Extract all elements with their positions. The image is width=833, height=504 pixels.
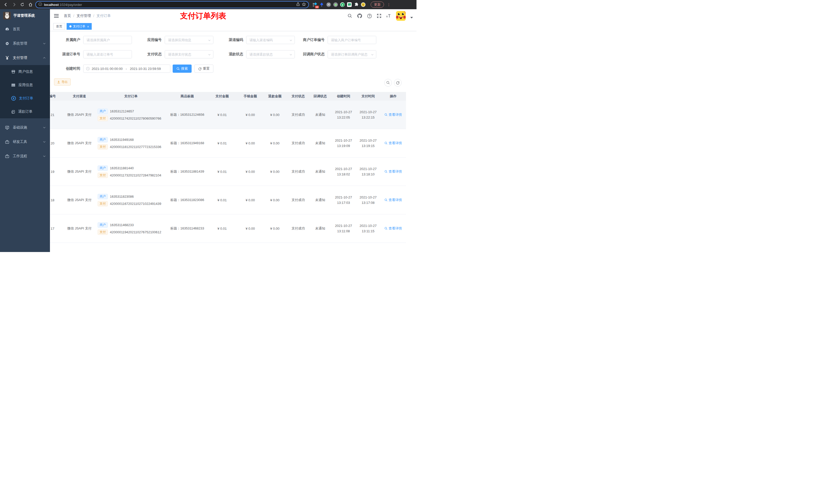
notify-status-select[interactable] [328, 50, 376, 58]
reset-button[interactable]: 重置 [194, 65, 213, 73]
sidebar-item-merchant-info[interactable]: 商户信息 [0, 65, 50, 78]
merchant-order-line: 商户1635311949168 [98, 137, 168, 142]
refund-status-select[interactable] [246, 50, 294, 58]
close-tab-icon[interactable]: x [87, 25, 89, 28]
circled-yen-icon: ¥ [11, 96, 16, 101]
channel-code-select[interactable] [246, 36, 294, 44]
yen-icon [5, 56, 9, 60]
tab-pay-order[interactable]: 支付订单 x [67, 23, 92, 30]
pay-amount-cell: ¥ 0.01 [206, 198, 238, 202]
search-icon[interactable] [347, 13, 353, 19]
pay-order-line: 支付4200001181202110277723215336 [98, 144, 168, 149]
pay-amount-cell: ¥ 0.01 [206, 141, 238, 145]
refresh-table-button[interactable] [394, 79, 402, 87]
date-range-picker[interactable]: 2021-10-01 00:00:00 - 2021-10-31 23:59:5… [83, 65, 170, 73]
extension-dot-icon[interactable] [333, 2, 338, 7]
sidebar-item-dev-tools[interactable]: 研发工具 [0, 135, 50, 149]
extension-emoji-icon[interactable] [361, 2, 365, 7]
monitor-chart-icon [5, 125, 9, 129]
view-detail-link[interactable]: 查看详情 [384, 198, 402, 202]
browser-toolbar: localhost:1024/pay/order 10 ⌘ y 更新 ⋮ [0, 0, 416, 9]
clock-icon [86, 67, 90, 70]
magnifier-icon [384, 170, 387, 173]
merchant-input[interactable] [84, 36, 132, 44]
sidebar-item-refund-order[interactable]: 退款订单 [0, 105, 50, 118]
sidebar-item-infra[interactable]: 基础设施 [0, 120, 50, 135]
channel-order-no-input[interactable] [84, 50, 132, 58]
search-icon [176, 67, 180, 70]
view-detail-link[interactable]: 查看详情 [384, 169, 402, 174]
sidebar-item-system[interactable]: 系统管理 [0, 37, 50, 51]
order-id-cell: 19 [50, 170, 65, 174]
sidebar-item-workflow[interactable]: 工作流程 [0, 149, 50, 163]
bookmark-star-icon[interactable] [302, 2, 306, 7]
extension-chat-icon[interactable] [347, 2, 352, 7]
pay-order-cell: 商户1635311823086支付42000011672021102710224… [94, 192, 168, 208]
extension-y-icon[interactable]: y [340, 2, 345, 7]
chrome-update-button[interactable]: 更新 [371, 2, 384, 8]
fee-amount-cell: ¥ 0.00 [238, 198, 263, 202]
pay-channel-cell: 微信 JSAPI 支付 [65, 198, 94, 202]
view-detail-link[interactable]: 查看详情 [384, 141, 402, 145]
export-button[interactable]: 导出 [54, 78, 71, 86]
sidebar-item-pay-order[interactable]: ¥ 支付订单 [0, 92, 50, 105]
extension-diamond-icon[interactable]: 10 [312, 2, 317, 7]
view-detail-link[interactable]: 查看详情 [384, 113, 402, 117]
font-size-icon[interactable] [386, 13, 391, 19]
merchant-order-no-input[interactable] [328, 36, 376, 44]
sidebar-item-pay[interactable]: 支付管理 [0, 51, 50, 65]
filter-app-id: 应用编号 [138, 36, 213, 44]
sidebar-collapse-icon[interactable] [53, 13, 59, 19]
pay-tag: 支付 [98, 230, 108, 235]
pay-time-cell: 2021-10-2713:22:15 [356, 110, 380, 120]
table-header-cell: 支付状态 [287, 94, 309, 99]
reload-icon[interactable] [19, 1, 26, 8]
breadcrumb-pay-manage[interactable]: 支付管理 [77, 14, 91, 18]
extension-command-icon[interactable]: ⌘ [326, 2, 331, 7]
pay-status-select[interactable] [165, 50, 213, 58]
fullscreen-icon[interactable] [377, 13, 382, 19]
share-icon[interactable] [296, 2, 300, 7]
merchant-order-no: 1635311823086 [110, 195, 134, 198]
filter-merchant-order-no: 商户订单编号 [301, 36, 376, 44]
date-start[interactable]: 2021-10-01 00:00:00 [92, 67, 123, 71]
app-id-select[interactable] [165, 36, 213, 44]
help-icon[interactable] [367, 13, 372, 19]
page-header: 首页 / 支付管理 / 支付订单 支付订单列表 [50, 9, 416, 23]
forward-icon[interactable] [11, 1, 18, 8]
avatar-dropdown-caret[interactable] [410, 17, 413, 19]
merchant-order-line: 商户1635311881440 [98, 165, 168, 171]
show-search-toggle-button[interactable] [384, 79, 392, 87]
breadcrumb-home[interactable]: 首页 [64, 14, 71, 18]
sidebar-item-app-info[interactable]: 应用信息 [0, 78, 50, 92]
app-logo[interactable]: 芋道管理系统 [0, 9, 50, 22]
address-bar[interactable]: localhost:1024/pay/order [35, 1, 309, 8]
back-icon[interactable] [3, 1, 9, 8]
order-id-cell: 20 [50, 141, 65, 145]
notify-status-cell: 未通知 [309, 141, 331, 145]
search-button[interactable]: 搜索 [173, 65, 192, 73]
extension-kite-icon[interactable] [319, 2, 324, 7]
dashboard-icon [5, 27, 9, 31]
github-icon[interactable] [357, 13, 362, 19]
extensions-puzzle-icon[interactable] [354, 2, 359, 7]
document-icon [11, 110, 15, 114]
date-end[interactable]: 2021-10-31 23:59:59 [130, 67, 161, 71]
pay-order-cell: 商户1635312124657支付42000011742021102780605… [94, 107, 168, 123]
gear-icon [5, 42, 9, 46]
tab-home[interactable]: 首页 [53, 23, 65, 30]
url-text[interactable]: localhost:1024/pay/order [44, 3, 294, 7]
extension-badge: 10 [315, 6, 319, 8]
merchant-order-line: 商户1635312124657 [98, 109, 168, 114]
action-cell: 查看详情 [380, 113, 406, 117]
browser-menu-icon[interactable]: ⋮ [387, 4, 390, 5]
avatar[interactable] [396, 11, 406, 21]
site-info-icon[interactable] [39, 2, 42, 7]
home-icon[interactable] [27, 1, 34, 8]
pay-time-cell: 2021-10-2713:11:15 [356, 223, 380, 234]
table-row: 20微信 JSAPI 支付商户1635311949168支付4200001181… [50, 129, 406, 158]
create-time-cell: 2021-10-2713:11:08 [331, 223, 356, 234]
view-detail-link[interactable]: 查看详情 [384, 226, 402, 231]
create-time-cell: 2021-10-2713:18:02 [331, 166, 356, 177]
sidebar-item-home[interactable]: 首页 [0, 22, 50, 37]
